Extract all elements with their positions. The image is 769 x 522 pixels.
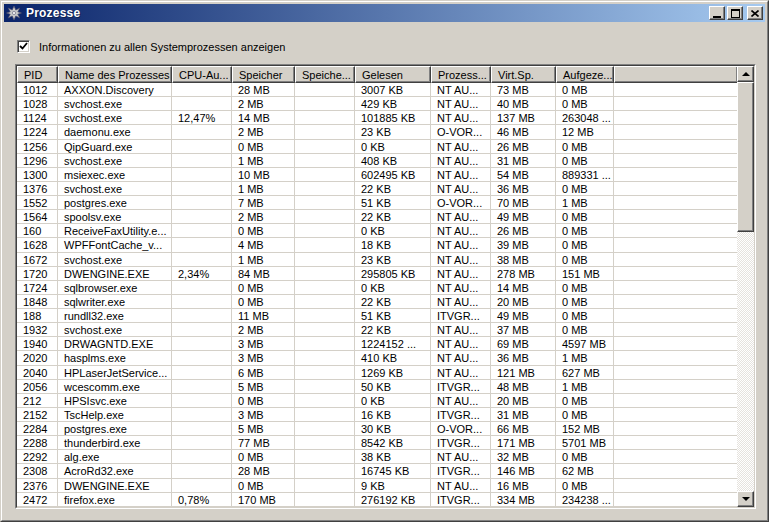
table-row[interactable]: 2472firefox.exe0,78%170 MB276192 KBITVGR… bbox=[17, 493, 737, 507]
table-row[interactable]: 1224daemonu.exe2 MB23 KBO-VOR...46 MB12 … bbox=[17, 125, 737, 139]
cell bbox=[172, 140, 232, 154]
table-row[interactable]: 1672svchost.exe1 MB23 KBNT AU...38 MB0 M… bbox=[17, 253, 737, 267]
cell: 1628 bbox=[17, 238, 58, 252]
table-row[interactable]: 1932svchost.exe2 MB22 KBNT AU...37 MB0 M… bbox=[17, 323, 737, 337]
cell: 37 MB bbox=[491, 323, 556, 337]
column-header[interactable]: Virt.Sp. bbox=[491, 66, 556, 83]
cell: 1 MB bbox=[232, 253, 295, 267]
maximize-icon bbox=[731, 9, 740, 18]
table-row[interactable]: 1124svchost.exe12,47%14 MB101885 KBNT AU… bbox=[17, 111, 737, 125]
column-header[interactable]: PID bbox=[17, 66, 58, 83]
cell-filler bbox=[614, 295, 737, 309]
cell bbox=[295, 281, 355, 295]
cell: 48 MB bbox=[491, 380, 556, 394]
cell: 188 bbox=[17, 309, 58, 323]
table-row[interactable]: 1300msiexec.exe10 MB602495 KBNT AU...54 … bbox=[17, 168, 737, 182]
table-row[interactable]: 2308AcroRd32.exe28 MB16745 KBITVGR...146… bbox=[17, 464, 737, 478]
cell: 46 MB bbox=[491, 125, 556, 139]
scrollbar-thumb[interactable] bbox=[737, 82, 754, 232]
cell: NT AU... bbox=[431, 140, 491, 154]
table-row[interactable]: 2292alg.exe0 MB38 KBNT AU...32 MB0 MB bbox=[17, 450, 737, 464]
cell: O-VOR... bbox=[431, 422, 491, 436]
cell bbox=[172, 295, 232, 309]
column-header[interactable]: Speicher bbox=[232, 66, 295, 83]
cell: 31 MB bbox=[491, 154, 556, 168]
vertical-scrollbar[interactable] bbox=[737, 66, 754, 507]
column-header[interactable]: CPU-Au... bbox=[172, 66, 232, 83]
column-header[interactable]: Speiche... bbox=[295, 66, 355, 83]
cell: 10 MB bbox=[232, 168, 295, 182]
table-row[interactable]: 1296svchost.exe1 MB408 KBNT AU...31 MB0 … bbox=[17, 154, 737, 168]
table-row[interactable]: 1724sqlbrowser.exe0 MB0 KBNT AU...14 MB0… bbox=[17, 281, 737, 295]
cell: NT AU... bbox=[431, 479, 491, 493]
table-row[interactable]: 2040HPLaserJetService...6 MB1269 KBNT AU… bbox=[17, 366, 737, 380]
cell: 38 KB bbox=[355, 450, 431, 464]
table-row[interactable]: 1848sqlwriter.exe0 MB22 KBNT AU...20 MB0… bbox=[17, 295, 737, 309]
cell: daemonu.exe bbox=[58, 125, 172, 139]
table-row[interactable]: 2376DWENGINE.EXE0 MB9 KBNT AU...16 MB0 M… bbox=[17, 479, 737, 493]
table-row[interactable]: 1256QipGuard.exe0 MB0 KBNT AU...26 MB0 M… bbox=[17, 140, 737, 154]
table-row[interactable]: 2020hasplms.exe3 MB410 KBNT AU...36 MB1 … bbox=[17, 351, 737, 365]
cell bbox=[172, 182, 232, 196]
cell: 0 MB bbox=[556, 224, 614, 238]
cell: 2,34% bbox=[172, 267, 232, 281]
checkmark-icon bbox=[19, 42, 28, 51]
cell-filler bbox=[614, 408, 737, 422]
cell: 1269 KB bbox=[355, 366, 431, 380]
scroll-down-button[interactable] bbox=[737, 491, 754, 507]
system-processes-checkbox[interactable] bbox=[17, 40, 30, 53]
cell: NT AU... bbox=[431, 323, 491, 337]
column-header[interactable]: Aufgeze... bbox=[556, 66, 614, 83]
cell: 70 MB bbox=[491, 196, 556, 210]
cell: 2376 bbox=[17, 479, 58, 493]
table-row[interactable]: 1720DWENGINE.EXE2,34%84 MB295805 KBNT AU… bbox=[17, 267, 737, 281]
table-row[interactable]: 1940DRWAGNTD.EXE3 MB1224152 ...NT AU...6… bbox=[17, 337, 737, 351]
cell: 36 MB bbox=[491, 351, 556, 365]
table-row[interactable]: 2152TscHelp.exe3 MB16 KBITVGR...31 MB0 M… bbox=[17, 408, 737, 422]
checkbox-label[interactable]: Informationen zu allen Systemprozessen a… bbox=[39, 41, 285, 53]
cell: AcroRd32.exe bbox=[58, 464, 172, 478]
cell bbox=[172, 436, 232, 450]
cell: 1 MB bbox=[232, 182, 295, 196]
column-header[interactable]: Name des Prozesses bbox=[58, 66, 172, 83]
cell bbox=[172, 154, 232, 168]
cell: DRWAGNTD.EXE bbox=[58, 337, 172, 351]
table-row[interactable]: 2288thunderbird.exe77 MB8542 KBITVGR...1… bbox=[17, 436, 737, 450]
cell bbox=[172, 253, 232, 267]
cell: NT AU... bbox=[431, 450, 491, 464]
scroll-up-button[interactable] bbox=[737, 66, 754, 82]
cell: 2472 bbox=[17, 493, 58, 507]
column-header[interactable]: Prozess... bbox=[431, 66, 491, 83]
table-row[interactable]: 1028svchost.exe2 MB429 KBNT AU...40 MB0 … bbox=[17, 97, 737, 111]
cell: 1 MB bbox=[556, 196, 614, 210]
minimize-button[interactable] bbox=[709, 6, 725, 20]
table-row[interactable]: 1376svchost.exe1 MB22 KBNT AU...36 MB0 M… bbox=[17, 182, 737, 196]
gear-star-icon[interactable] bbox=[6, 5, 22, 21]
cell bbox=[295, 479, 355, 493]
maximize-button[interactable] bbox=[727, 6, 743, 20]
cell-filler bbox=[614, 380, 737, 394]
table-row[interactable]: 188rundll32.exe11 MB51 KBITVGR...49 MB0 … bbox=[17, 309, 737, 323]
cell bbox=[295, 267, 355, 281]
cell: 146 MB bbox=[491, 464, 556, 478]
close-button[interactable] bbox=[747, 6, 763, 20]
table-row[interactable]: 212HPSIsvc.exe0 MB0 KBNT AU...20 MB0 MB bbox=[17, 394, 737, 408]
table-row[interactable]: 160ReceiveFaxUtility.e...0 MB0 KBNT AU..… bbox=[17, 224, 737, 238]
cell: spoolsv.exe bbox=[58, 210, 172, 224]
table-row[interactable]: 1628WPFFontCache_v...4 MB18 KBNT AU...39… bbox=[17, 238, 737, 252]
cell: 263048 ... bbox=[556, 111, 614, 125]
cell bbox=[172, 168, 232, 182]
cell bbox=[295, 83, 355, 97]
column-header[interactable]: Gelesen bbox=[355, 66, 431, 83]
titlebar[interactable]: Prozesse bbox=[4, 4, 765, 22]
cell bbox=[172, 408, 232, 422]
table-row[interactable]: 1564spoolsv.exe2 MB22 KBNT AU...49 MB0 M… bbox=[17, 210, 737, 224]
cell-filler bbox=[614, 154, 737, 168]
table-row[interactable]: 2056wcescomm.exe5 MB50 KBITVGR...48 MB1 … bbox=[17, 380, 737, 394]
table-row[interactable]: 2284postgres.exe5 MB30 KBO-VOR...66 MB15… bbox=[17, 422, 737, 436]
cell bbox=[295, 436, 355, 450]
table-row[interactable]: 1552postgres.exe7 MB51 KBO-VOR...70 MB1 … bbox=[17, 196, 737, 210]
cell: 2056 bbox=[17, 380, 58, 394]
cell: 276192 KB bbox=[355, 493, 431, 507]
table-row[interactable]: 1012AXXON.Discovery28 MB3007 KBNT AU...7… bbox=[17, 83, 737, 97]
